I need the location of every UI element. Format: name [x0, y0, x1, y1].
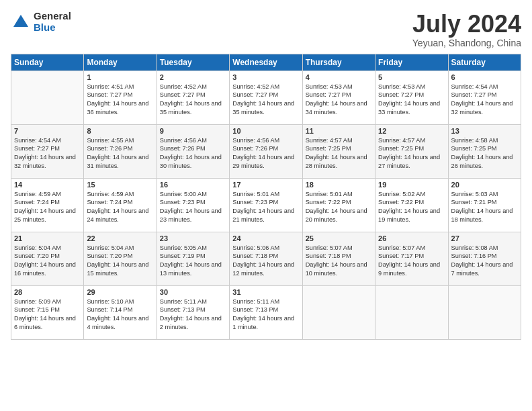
header: General Blue July 2024 Yeyuan, Shandong,… [11, 11, 521, 48]
day-number: 26 [378, 234, 445, 242]
day-info: Sunrise: 4:56 AMSunset: 7:26 PMDaylight:… [160, 136, 226, 171]
calendar-cell: 11Sunrise: 4:57 AMSunset: 7:25 PMDayligh… [302, 124, 375, 178]
calendar: SundayMondayTuesdayWednesdayThursdayFrid… [11, 54, 521, 340]
calendar-cell: 19Sunrise: 5:02 AMSunset: 7:22 PMDayligh… [375, 178, 448, 232]
day-number: 3 [232, 73, 299, 81]
day-number: 8 [87, 127, 153, 135]
day-number: 10 [232, 127, 299, 135]
day-info: Sunrise: 5:09 AMSunset: 7:15 PMDaylight:… [14, 298, 81, 332]
day-number: 13 [451, 127, 518, 135]
calendar-cell: 13Sunrise: 4:58 AMSunset: 7:25 PMDayligh… [448, 124, 521, 178]
logo-text: General Blue [34, 11, 71, 33]
month-title: July 2024 [412, 11, 521, 38]
calendar-cell: 29Sunrise: 5:10 AMSunset: 7:14 PMDayligh… [84, 285, 157, 339]
calendar-week-row: 21Sunrise: 5:04 AMSunset: 7:20 PMDayligh… [11, 232, 521, 285]
calendar-week-row: 28Sunrise: 5:09 AMSunset: 7:15 PMDayligh… [11, 285, 521, 339]
day-info: Sunrise: 4:57 AMSunset: 7:25 PMDaylight:… [306, 136, 372, 171]
calendar-cell: 17Sunrise: 5:01 AMSunset: 7:23 PMDayligh… [230, 178, 302, 232]
day-info: Sunrise: 5:11 AMSunset: 7:13 PMDaylight:… [160, 298, 226, 332]
weekday-header: Thursday [302, 54, 375, 71]
weekday-header: Tuesday [157, 54, 229, 71]
day-info: Sunrise: 4:52 AMSunset: 7:27 PMDaylight:… [232, 83, 299, 118]
day-number: 31 [232, 288, 299, 296]
page: General Blue July 2024 Yeyuan, Shandong,… [0, 0, 532, 411]
day-info: Sunrise: 4:53 AMSunset: 7:27 PMDaylight:… [378, 83, 445, 118]
day-info: Sunrise: 4:54 AMSunset: 7:27 PMDaylight:… [14, 136, 81, 171]
day-info: Sunrise: 4:59 AMSunset: 7:24 PMDaylight:… [87, 190, 153, 225]
calendar-cell: 21Sunrise: 5:04 AMSunset: 7:20 PMDayligh… [11, 232, 84, 285]
day-info: Sunrise: 4:51 AMSunset: 7:27 PMDaylight:… [87, 83, 153, 118]
location: Yeyuan, Shandong, China [412, 38, 521, 48]
day-number: 21 [14, 234, 81, 242]
weekday-header: Saturday [448, 54, 521, 71]
calendar-cell: 9Sunrise: 4:56 AMSunset: 7:26 PMDaylight… [157, 124, 229, 178]
calendar-cell: 12Sunrise: 4:57 AMSunset: 7:25 PMDayligh… [375, 124, 448, 178]
day-info: Sunrise: 4:54 AMSunset: 7:27 PMDaylight:… [451, 83, 518, 118]
calendar-cell: 1Sunrise: 4:51 AMSunset: 7:27 PMDaylight… [84, 71, 157, 124]
day-number: 25 [306, 234, 372, 242]
day-info: Sunrise: 4:59 AMSunset: 7:24 PMDaylight:… [14, 190, 81, 225]
day-info: Sunrise: 5:01 AMSunset: 7:22 PMDaylight:… [306, 190, 372, 225]
day-info: Sunrise: 5:03 AMSunset: 7:21 PMDaylight:… [451, 190, 518, 225]
day-info: Sunrise: 5:10 AMSunset: 7:14 PMDaylight:… [87, 298, 153, 332]
day-number: 24 [232, 234, 299, 242]
calendar-cell: 6Sunrise: 4:54 AMSunset: 7:27 PMDaylight… [448, 71, 521, 124]
logo-icon [11, 12, 31, 32]
day-number: 11 [306, 127, 372, 135]
day-info: Sunrise: 5:07 AMSunset: 7:18 PMDaylight:… [306, 244, 372, 279]
day-info: Sunrise: 4:56 AMSunset: 7:26 PMDaylight:… [232, 136, 299, 171]
day-number: 28 [14, 288, 81, 296]
calendar-cell: 28Sunrise: 5:09 AMSunset: 7:15 PMDayligh… [11, 285, 84, 339]
calendar-cell [11, 71, 84, 124]
calendar-week-row: 7Sunrise: 4:54 AMSunset: 7:27 PMDaylight… [11, 124, 521, 178]
day-info: Sunrise: 5:11 AMSunset: 7:13 PMDaylight:… [232, 298, 299, 332]
day-number: 4 [306, 73, 372, 81]
day-info: Sunrise: 5:08 AMSunset: 7:16 PMDaylight:… [451, 244, 518, 279]
title-area: July 2024 Yeyuan, Shandong, China [412, 11, 521, 48]
calendar-cell: 10Sunrise: 4:56 AMSunset: 7:26 PMDayligh… [230, 124, 302, 178]
calendar-cell: 23Sunrise: 5:05 AMSunset: 7:19 PMDayligh… [157, 232, 229, 285]
weekday-header: Friday [375, 54, 448, 71]
calendar-week-row: 14Sunrise: 4:59 AMSunset: 7:24 PMDayligh… [11, 178, 521, 232]
weekday-header: Sunday [11, 54, 84, 71]
day-number: 17 [232, 181, 299, 189]
calendar-cell: 3Sunrise: 4:52 AMSunset: 7:27 PMDaylight… [230, 71, 302, 124]
calendar-cell: 31Sunrise: 5:11 AMSunset: 7:13 PMDayligh… [230, 285, 302, 339]
calendar-cell: 5Sunrise: 4:53 AMSunset: 7:27 PMDaylight… [375, 71, 448, 124]
day-number: 27 [451, 234, 518, 242]
day-info: Sunrise: 4:55 AMSunset: 7:26 PMDaylight:… [87, 136, 153, 171]
calendar-cell [375, 285, 448, 339]
calendar-cell: 26Sunrise: 5:07 AMSunset: 7:17 PMDayligh… [375, 232, 448, 285]
day-info: Sunrise: 5:04 AMSunset: 7:20 PMDaylight:… [87, 244, 153, 279]
day-info: Sunrise: 5:04 AMSunset: 7:20 PMDaylight:… [14, 244, 81, 279]
logo-blue: Blue [34, 22, 71, 34]
logo: General Blue [11, 11, 71, 33]
calendar-cell [448, 285, 521, 339]
day-number: 5 [378, 73, 445, 81]
logo-general: General [34, 11, 71, 22]
weekday-header: Monday [84, 54, 157, 71]
day-info: Sunrise: 5:06 AMSunset: 7:18 PMDaylight:… [232, 244, 299, 279]
day-number: 14 [14, 181, 81, 189]
day-info: Sunrise: 5:05 AMSunset: 7:19 PMDaylight:… [160, 244, 226, 279]
day-number: 18 [306, 181, 372, 189]
day-number: 30 [160, 288, 226, 296]
weekday-header-row: SundayMondayTuesdayWednesdayThursdayFrid… [11, 54, 521, 71]
day-number: 29 [87, 288, 153, 296]
svg-rect-1 [19, 23, 23, 27]
day-number: 12 [378, 127, 445, 135]
day-number: 16 [160, 181, 226, 189]
day-number: 9 [160, 127, 226, 135]
calendar-week-row: 1Sunrise: 4:51 AMSunset: 7:27 PMDaylight… [11, 71, 521, 124]
day-number: 19 [378, 181, 445, 189]
day-number: 2 [160, 73, 226, 81]
calendar-cell: 27Sunrise: 5:08 AMSunset: 7:16 PMDayligh… [448, 232, 521, 285]
calendar-cell: 20Sunrise: 5:03 AMSunset: 7:21 PMDayligh… [448, 178, 521, 232]
day-number: 7 [14, 127, 81, 135]
calendar-cell: 30Sunrise: 5:11 AMSunset: 7:13 PMDayligh… [157, 285, 229, 339]
day-info: Sunrise: 4:52 AMSunset: 7:27 PMDaylight:… [160, 83, 226, 118]
calendar-cell: 18Sunrise: 5:01 AMSunset: 7:22 PMDayligh… [302, 178, 375, 232]
day-number: 23 [160, 234, 226, 242]
day-info: Sunrise: 5:01 AMSunset: 7:23 PMDaylight:… [232, 190, 299, 225]
day-number: 15 [87, 181, 153, 189]
